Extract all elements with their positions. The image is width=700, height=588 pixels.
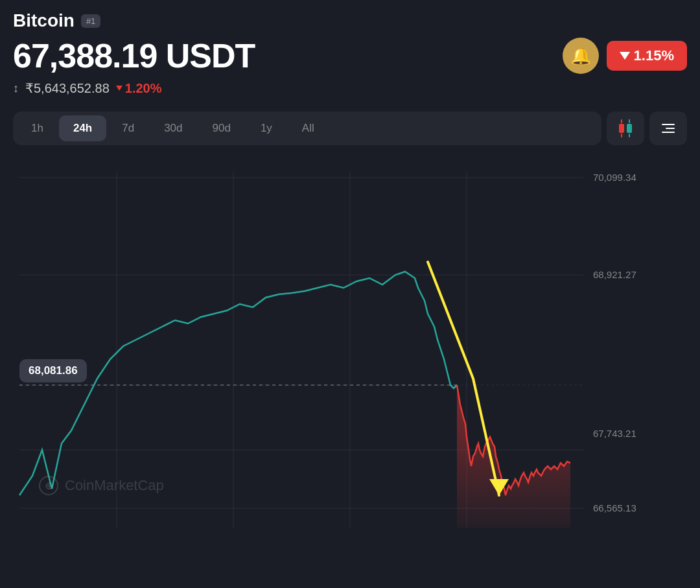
candlestick-button[interactable] xyxy=(607,112,644,145)
timeframe-bar: 1h 24h 7d 30d 90d 1y All xyxy=(0,112,700,156)
svg-text:66,565.13: 66,565.13 xyxy=(593,502,636,513)
timeframe-group: 1h 24h 7d 30d 90d 1y All xyxy=(13,112,601,145)
bell-button[interactable]: 🔔 xyxy=(563,38,599,74)
chart-container: 70,099.34 68,921.27 67,743.21 66,565.13 … xyxy=(0,158,700,547)
price-main: 67,388.19 USDT xyxy=(13,36,255,75)
inr-change: 1.20% xyxy=(116,81,162,96)
tf-30d[interactable]: 30d xyxy=(150,115,196,141)
watermark: ⊕ CoinMarketCap xyxy=(39,476,164,495)
change-badge: 1.15% xyxy=(607,41,687,71)
pct-change-value: 1.15% xyxy=(634,47,674,64)
watermark-text: CoinMarketCap xyxy=(65,477,164,494)
inr-arrow-down-icon xyxy=(116,86,122,91)
coin-title-row: Bitcoin #1 xyxy=(13,10,687,31)
tf-all[interactable]: All xyxy=(288,115,329,141)
tf-1y[interactable]: 1y xyxy=(246,115,286,141)
price-actions: 🔔 1.15% xyxy=(563,38,687,74)
filter-icon xyxy=(662,124,675,133)
svg-text:68,921.27: 68,921.27 xyxy=(593,269,636,280)
inr-row: ↕ ₹5,643,652.88 1.20% xyxy=(13,80,687,96)
price-row: 67,388.19 USDT 🔔 1.15% xyxy=(13,36,687,75)
coin-name: Bitcoin xyxy=(13,10,75,31)
filter-button[interactable] xyxy=(649,112,687,145)
cmc-logo-icon: ⊕ xyxy=(39,476,58,495)
inr-arrows-icon: ↕ xyxy=(13,82,19,95)
svg-text:70,099.34: 70,099.34 xyxy=(593,172,636,183)
price-tooltip: 68,081.86 xyxy=(19,359,87,382)
rank-badge: #1 xyxy=(81,14,100,28)
svg-text:67,743.21: 67,743.21 xyxy=(593,428,636,439)
tf-7d[interactable]: 7d xyxy=(108,115,148,141)
tf-24h[interactable]: 24h xyxy=(59,115,106,141)
tf-90d[interactable]: 90d xyxy=(198,115,245,141)
arrow-down-icon xyxy=(620,52,630,60)
inr-price: ₹5,643,652.88 xyxy=(25,80,110,96)
candlestick-icon xyxy=(619,119,632,137)
tf-1h[interactable]: 1h xyxy=(17,115,58,141)
header: Bitcoin #1 67,388.19 USDT 🔔 1.15% ↕ ₹5,6… xyxy=(0,0,700,112)
